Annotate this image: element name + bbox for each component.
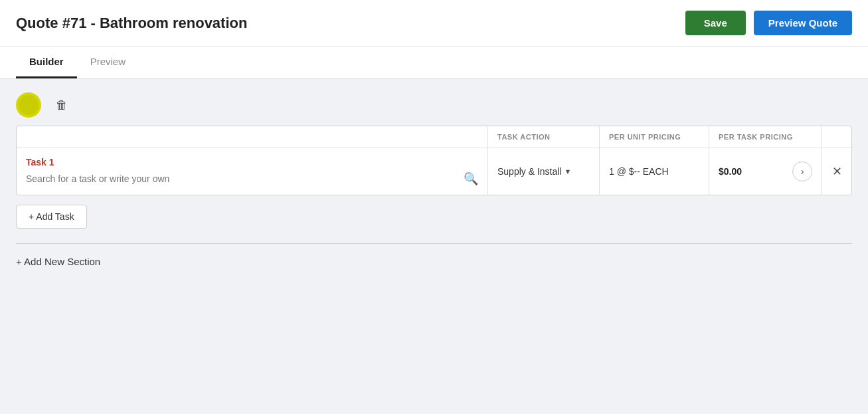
main-content: 🗑 TASK ACTION PER UNIT PRICING PER TASK …	[0, 79, 868, 398]
search-icon: 🔍	[464, 171, 478, 186]
delete-section-button[interactable]: 🗑	[52, 94, 72, 116]
tab-preview[interactable]: Preview	[77, 47, 139, 78]
tab-builder[interactable]: Builder	[16, 47, 77, 78]
per-unit-cell: 1 @ $-- EACH	[600, 148, 709, 195]
search-row: 🔍	[26, 171, 478, 186]
chevron-right-icon: ›	[801, 166, 804, 177]
task-action-dropdown[interactable]: Supply & Install ▼	[497, 166, 571, 177]
per-task-header: PER TASK PRICING	[709, 126, 822, 148]
per-task-cell: $0.00 ›	[709, 148, 822, 195]
header-actions: Save Preview Quote	[685, 11, 852, 35]
task-table: TASK ACTION PER UNIT PRICING PER TASK PR…	[16, 126, 852, 195]
tabs-bar: Builder Preview	[0, 47, 868, 79]
task-action-header: TASK ACTION	[488, 126, 600, 148]
task-action-cell: Supply & Install ▼	[488, 148, 600, 195]
title-separator: -	[91, 15, 100, 31]
task-search-area: Task 1 🔍	[17, 148, 488, 195]
header-title: Quote #71 - Bathroom renovation	[16, 15, 247, 32]
per-task-value: $0.00	[719, 166, 742, 177]
preview-quote-button[interactable]: Preview Quote	[754, 11, 852, 35]
quote-title: Bathroom renovation	[100, 15, 247, 31]
close-icon: ✕	[832, 164, 842, 179]
dropdown-arrow-icon: ▼	[564, 167, 572, 175]
task-table-header: TASK ACTION PER UNIT PRICING PER TASK PR…	[17, 126, 851, 148]
save-button[interactable]: Save	[685, 11, 746, 35]
remove-task-button[interactable]: ✕	[832, 164, 842, 179]
add-new-section-button[interactable]: + Add New Section	[16, 256, 100, 267]
section-divider	[16, 243, 852, 244]
task-expand-button[interactable]: ›	[792, 161, 812, 181]
task-search-input[interactable]	[26, 173, 458, 184]
per-unit-header: PER UNIT PRICING	[600, 126, 709, 148]
quote-number: Quote #71	[16, 15, 86, 31]
add-task-button[interactable]: + Add Task	[16, 205, 87, 229]
task-action-label: Supply & Install	[497, 166, 562, 177]
table-row: Task 1 🔍 Supply & Install ▼ 1 @ $-- EACH…	[17, 148, 851, 195]
section-toolbar: 🗑	[16, 92, 852, 118]
close-header	[822, 126, 851, 148]
task-label: Task 1	[26, 157, 478, 167]
task-description-header	[17, 126, 488, 148]
section-color-button[interactable]	[16, 92, 41, 118]
section-color-swatch	[19, 95, 39, 115]
per-unit-value: 1 @ $-- EACH	[609, 166, 669, 177]
close-cell: ✕	[822, 148, 851, 195]
header: Quote #71 - Bathroom renovation Save Pre…	[0, 0, 868, 47]
trash-icon: 🗑	[56, 98, 68, 112]
